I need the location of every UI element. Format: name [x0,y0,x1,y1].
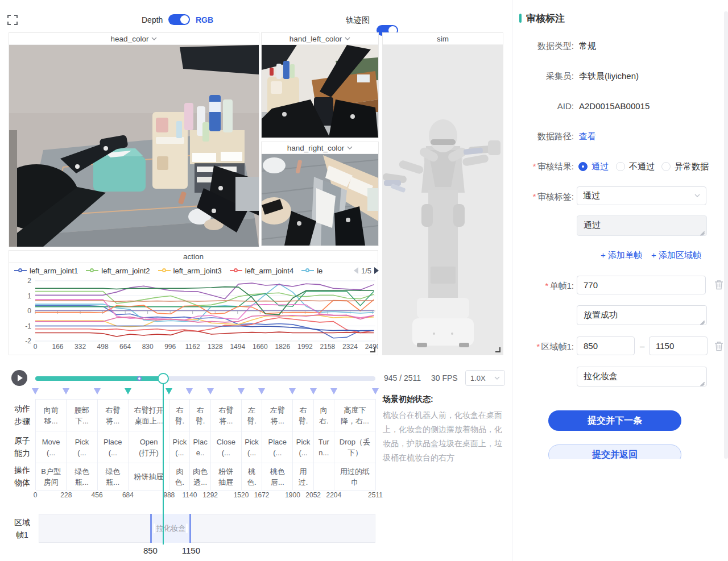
region-start-input[interactable] [577,336,635,355]
svg-text:0: 0 [27,307,31,315]
tag-select[interactable]: 通过 [577,186,706,205]
single-note-textarea[interactable]: 放置成功 [577,305,707,325]
radio-abnormal[interactable] [661,162,671,171]
radio-fail[interactable] [616,162,625,171]
svg-text:332: 332 [75,343,86,351]
scale-label: 228 [53,491,78,499]
timeline-marker[interactable] [125,388,131,394]
timeline-marker[interactable] [207,388,214,394]
required-asterisk: * [545,281,548,290]
sim-viewport[interactable] [383,45,503,355]
region-left-handle[interactable] [154,523,155,533]
action-title: action [183,252,204,261]
camera-header-head[interactable]: head_color [9,33,259,45]
step-cell: 右 臂. [293,400,313,431]
trajectory-label: 轨迹图 [346,15,370,26]
frame-counter: 945 / 2511 [384,373,421,383]
camera-image-hand-right [262,154,378,246]
resize-handle-icon[interactable] [495,347,500,352]
add-single-frame-link[interactable]: + 添加单帧 [601,250,642,261]
scale-label: 2511 [363,491,388,499]
tag-note-textarea[interactable]: 通过 [577,215,707,236]
timeline-marker[interactable] [258,388,265,394]
timeline-marker[interactable] [32,388,39,394]
svg-text:664: 664 [119,343,131,351]
step-cell: 向 右. [314,400,334,431]
chevron-down-icon [494,376,500,380]
data-type-label: 数据类型: [512,41,574,52]
rgb-label: RGB [196,15,213,24]
timeline-marker[interactable] [186,388,193,394]
tag-label: *审核标签: [512,192,574,202]
region-note-textarea[interactable]: 拉化妆盒 [577,367,707,387]
submit-next-button[interactable]: 提交并下一条 [548,410,681,431]
sim-panel: sim [382,32,503,355]
region-range-block[interactable]: 拉化妆盒 [150,514,191,543]
radio-pass-label[interactable]: 通过 [592,161,609,172]
camera-header-hand-right[interactable]: hand_right_color [262,142,378,154]
camera-title: hand_right_color [287,144,345,152]
step-cell: 肉 色. [169,463,190,491]
speed-value: 1.0X [470,374,486,383]
single-frame-input[interactable] [577,276,706,294]
play-button[interactable] [11,370,27,386]
timeline-marker[interactable] [94,388,101,394]
delete-single-frame-icon[interactable] [714,280,723,290]
region-right-handle[interactable] [186,523,188,533]
fullscreen-icon[interactable] [7,15,18,25]
submit-back-button[interactable]: 提交并返回 [548,444,681,459]
playback-slider-fill [35,376,163,381]
region-track[interactable] [39,514,375,543]
data-path-link[interactable]: 查看 [579,131,596,142]
sim-title: sim [437,35,449,43]
timeline-marker[interactable] [330,388,337,394]
scene-text: 梳妆台在机器人前，化妆盒在桌面上，化妆盒的侧边摆放着物品，化妆品，护肤品盒垃圾在… [383,408,509,465]
svg-text:-1: -1 [25,322,31,330]
step-cell [314,463,334,491]
region-end-label: 1150 [174,546,208,555]
step-cell: 用过的纸 巾 [334,463,376,491]
step-cell: 左臂 将... [262,400,293,431]
step-table: 向前 移...腰部 下...右臂 将...右臂打开 桌面上...右 臂.右 臂.… [35,399,376,490]
chevron-down-icon [694,194,700,198]
radio-abnormal-label[interactable]: 异常数据 [675,161,709,172]
timeline-marker[interactable] [166,388,172,394]
playback-slider-handle[interactable] [158,373,169,384]
timeline-marker[interactable] [372,388,379,394]
region-end-input[interactable] [649,336,708,355]
aid-value: A2D0015AB00015 [579,101,650,111]
scene-title: 场景初始状态: [383,394,509,405]
step-cell: Move (... [36,431,67,463]
aid-label: AID: [512,101,574,111]
step-cell: 桃 色. [242,463,262,491]
data-path-label: 数据路径: [512,131,574,142]
region-row-label: 区域 帧1 [10,516,34,541]
camera-header-hand-left[interactable]: hand_left_color [262,33,378,45]
add-region-frame-link[interactable]: + 添加区域帧 [651,250,701,261]
speed-select[interactable]: 1.0X [465,370,505,386]
step-cell: Pick (... [169,431,190,463]
timeline-marker[interactable] [310,388,317,394]
svg-text:1660: 1660 [253,343,268,351]
svg-text:1992: 1992 [297,343,313,351]
svg-text:1328: 1328 [208,343,223,351]
step-cell: Close (... [211,431,242,463]
camera-panel-hand-right: hand_right_color [261,142,379,246]
radio-fail-label[interactable]: 不通过 [629,161,655,172]
timeline-marker[interactable] [289,388,296,394]
step-cell: 右 臂. [190,400,210,431]
step-cell: 右 臂. [169,400,190,431]
radio-pass[interactable] [578,162,588,171]
panel-scrollbar[interactable] [724,11,728,459]
delete-region-frame-icon[interactable] [714,341,723,351]
timeline-marker[interactable] [63,388,69,394]
svg-text:996: 996 [164,343,176,351]
scale-label: 0 [23,491,48,499]
scale-label: 1292 [198,491,223,499]
svg-text:1494: 1494 [230,343,245,351]
svg-text:1: 1 [27,292,31,300]
depth-rgb-toggle[interactable] [168,14,190,25]
svg-text:2: 2 [27,277,31,285]
timeline-marker[interactable] [238,388,245,394]
step-cell: Pick (... [67,431,97,463]
